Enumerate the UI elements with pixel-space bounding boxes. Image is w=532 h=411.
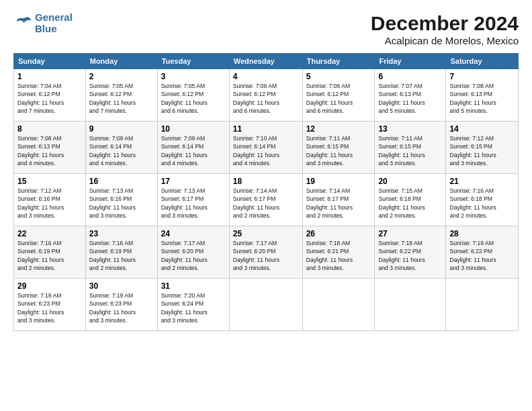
day-info: Sunrise: 7:09 AM Sunset: 6:14 PM Dayligh… xyxy=(89,134,154,168)
calendar-week-5: 29Sunrise: 7:19 AM Sunset: 6:23 PM Dayli… xyxy=(14,279,519,331)
day-number: 9 xyxy=(89,124,154,134)
logo-text: General xyxy=(35,12,73,24)
calendar-subtitle: Acalpican de Morelos, Mexico xyxy=(371,35,519,46)
day-info: Sunrise: 7:15 AM Sunset: 6:18 PM Dayligh… xyxy=(378,187,442,220)
calendar-cell xyxy=(446,279,519,331)
day-number: 10 xyxy=(161,124,226,134)
day-number: 13 xyxy=(378,124,442,134)
day-info: Sunrise: 7:07 AM Sunset: 6:13 PM Dayligh… xyxy=(378,82,442,116)
calendar-cell: 4Sunrise: 7:06 AM Sunset: 6:12 PM Daylig… xyxy=(229,69,302,122)
calendar-cell: 21Sunrise: 7:16 AM Sunset: 6:18 PM Dayli… xyxy=(446,174,519,226)
header: General Blue December 2024 Acalpican de … xyxy=(13,12,519,46)
calendar-cell: 12Sunrise: 7:11 AM Sunset: 6:15 PM Dayli… xyxy=(302,122,375,174)
calendar-cell xyxy=(302,279,375,331)
day-info: Sunrise: 7:19 AM Sunset: 6:23 PM Dayligh… xyxy=(89,291,154,325)
page: General Blue December 2024 Acalpican de … xyxy=(0,0,532,338)
day-info: Sunrise: 7:13 AM Sunset: 6:17 PM Dayligh… xyxy=(161,187,226,220)
calendar-cell: 11Sunrise: 7:10 AM Sunset: 6:14 PM Dayli… xyxy=(229,122,302,174)
calendar-cell xyxy=(375,279,446,331)
day-number: 26 xyxy=(306,229,371,238)
day-info: Sunrise: 7:12 AM Sunset: 6:15 PM Dayligh… xyxy=(449,134,515,168)
day-info: Sunrise: 7:14 AM Sunset: 6:17 PM Dayligh… xyxy=(233,187,299,220)
day-number: 12 xyxy=(306,124,371,134)
day-number: 19 xyxy=(306,177,371,186)
day-number: 20 xyxy=(378,177,442,186)
calendar-cell: 1Sunrise: 7:04 AM Sunset: 6:12 PM Daylig… xyxy=(14,69,86,122)
day-number: 3 xyxy=(161,72,226,81)
calendar-cell: 24Sunrise: 7:17 AM Sunset: 6:20 PM Dayli… xyxy=(157,226,229,279)
day-number: 16 xyxy=(89,177,154,186)
day-info: Sunrise: 7:06 AM Sunset: 6:12 PM Dayligh… xyxy=(306,82,371,116)
col-tuesday: Tuesday xyxy=(157,54,229,69)
calendar-cell xyxy=(229,279,302,331)
calendar-cell: 10Sunrise: 7:09 AM Sunset: 6:14 PM Dayli… xyxy=(157,122,229,174)
day-number: 2 xyxy=(89,72,154,81)
day-info: Sunrise: 7:19 AM Sunset: 6:22 PM Dayligh… xyxy=(449,239,515,273)
calendar-cell: 17Sunrise: 7:13 AM Sunset: 6:17 PM Dayli… xyxy=(157,174,229,226)
day-number: 14 xyxy=(449,124,515,134)
calendar-cell: 8Sunrise: 7:08 AM Sunset: 6:13 PM Daylig… xyxy=(14,122,86,174)
day-number: 28 xyxy=(449,229,515,238)
col-thursday: Thursday xyxy=(302,54,375,69)
day-number: 7 xyxy=(449,72,515,81)
title-block: December 2024 Acalpican de Morelos, Mexi… xyxy=(371,12,519,46)
col-monday: Monday xyxy=(85,54,157,69)
day-info: Sunrise: 7:16 AM Sunset: 6:19 PM Dayligh… xyxy=(89,239,154,273)
day-info: Sunrise: 7:18 AM Sunset: 6:22 PM Dayligh… xyxy=(378,239,442,273)
day-info: Sunrise: 7:13 AM Sunset: 6:16 PM Dayligh… xyxy=(89,187,154,220)
day-number: 24 xyxy=(161,229,226,238)
day-number: 15 xyxy=(17,177,82,186)
day-info: Sunrise: 7:09 AM Sunset: 6:14 PM Dayligh… xyxy=(161,134,226,168)
col-friday: Friday xyxy=(375,54,446,69)
calendar-cell: 3Sunrise: 7:05 AM Sunset: 6:12 PM Daylig… xyxy=(157,69,229,122)
day-number: 30 xyxy=(89,281,154,291)
day-number: 17 xyxy=(161,177,226,186)
calendar-cell: 25Sunrise: 7:17 AM Sunset: 6:20 PM Dayli… xyxy=(229,226,302,279)
day-number: 5 xyxy=(306,72,371,81)
day-info: Sunrise: 7:11 AM Sunset: 6:15 PM Dayligh… xyxy=(378,134,442,168)
calendar-cell: 27Sunrise: 7:18 AM Sunset: 6:22 PM Dayli… xyxy=(375,226,446,279)
calendar-cell: 31Sunrise: 7:20 AM Sunset: 6:24 PM Dayli… xyxy=(157,279,229,331)
day-number: 25 xyxy=(233,229,299,238)
day-number: 27 xyxy=(378,229,442,238)
logo-icon xyxy=(13,16,32,31)
day-number: 4 xyxy=(233,72,299,81)
calendar-cell: 15Sunrise: 7:12 AM Sunset: 6:16 PM Dayli… xyxy=(14,174,86,226)
day-info: Sunrise: 7:08 AM Sunset: 6:13 PM Dayligh… xyxy=(17,134,82,168)
calendar-cell: 9Sunrise: 7:09 AM Sunset: 6:14 PM Daylig… xyxy=(85,122,157,174)
day-info: Sunrise: 7:06 AM Sunset: 6:12 PM Dayligh… xyxy=(233,82,299,116)
day-number: 21 xyxy=(449,177,515,186)
day-info: Sunrise: 7:18 AM Sunset: 6:21 PM Dayligh… xyxy=(306,239,371,273)
calendar-cell: 26Sunrise: 7:18 AM Sunset: 6:21 PM Dayli… xyxy=(302,226,375,279)
calendar-cell: 22Sunrise: 7:16 AM Sunset: 6:19 PM Dayli… xyxy=(14,226,86,279)
day-info: Sunrise: 7:16 AM Sunset: 6:19 PM Dayligh… xyxy=(17,239,82,273)
calendar-cell: 5Sunrise: 7:06 AM Sunset: 6:12 PM Daylig… xyxy=(302,69,375,122)
calendar-cell: 30Sunrise: 7:19 AM Sunset: 6:23 PM Dayli… xyxy=(85,279,157,331)
col-wednesday: Wednesday xyxy=(229,54,302,69)
calendar-cell: 14Sunrise: 7:12 AM Sunset: 6:15 PM Dayli… xyxy=(446,122,519,174)
logo: General Blue xyxy=(13,12,73,34)
day-info: Sunrise: 7:17 AM Sunset: 6:20 PM Dayligh… xyxy=(233,239,299,273)
day-info: Sunrise: 7:05 AM Sunset: 6:12 PM Dayligh… xyxy=(89,82,154,116)
day-number: 1 xyxy=(17,72,82,81)
col-sunday: Sunday xyxy=(14,54,86,69)
day-number: 11 xyxy=(233,124,299,134)
day-info: Sunrise: 7:08 AM Sunset: 6:13 PM Dayligh… xyxy=(449,82,515,116)
logo-text2: Blue xyxy=(35,24,73,35)
day-number: 18 xyxy=(233,177,299,186)
calendar-cell: 19Sunrise: 7:14 AM Sunset: 6:17 PM Dayli… xyxy=(302,174,375,226)
day-info: Sunrise: 7:14 AM Sunset: 6:17 PM Dayligh… xyxy=(306,187,371,220)
calendar-cell: 28Sunrise: 7:19 AM Sunset: 6:22 PM Dayli… xyxy=(446,226,519,279)
calendar-week-4: 22Sunrise: 7:16 AM Sunset: 6:19 PM Dayli… xyxy=(14,226,519,279)
day-number: 29 xyxy=(17,281,82,291)
calendar-week-2: 8Sunrise: 7:08 AM Sunset: 6:13 PM Daylig… xyxy=(14,122,519,174)
calendar-cell: 20Sunrise: 7:15 AM Sunset: 6:18 PM Dayli… xyxy=(375,174,446,226)
day-info: Sunrise: 7:04 AM Sunset: 6:12 PM Dayligh… xyxy=(17,82,82,116)
day-info: Sunrise: 7:16 AM Sunset: 6:18 PM Dayligh… xyxy=(449,187,515,220)
calendar-week-3: 15Sunrise: 7:12 AM Sunset: 6:16 PM Dayli… xyxy=(14,174,519,226)
calendar-title: December 2024 xyxy=(371,12,519,35)
day-number: 23 xyxy=(89,229,154,238)
calendar-cell: 2Sunrise: 7:05 AM Sunset: 6:12 PM Daylig… xyxy=(85,69,157,122)
day-info: Sunrise: 7:17 AM Sunset: 6:20 PM Dayligh… xyxy=(161,239,226,273)
calendar-cell: 18Sunrise: 7:14 AM Sunset: 6:17 PM Dayli… xyxy=(229,174,302,226)
